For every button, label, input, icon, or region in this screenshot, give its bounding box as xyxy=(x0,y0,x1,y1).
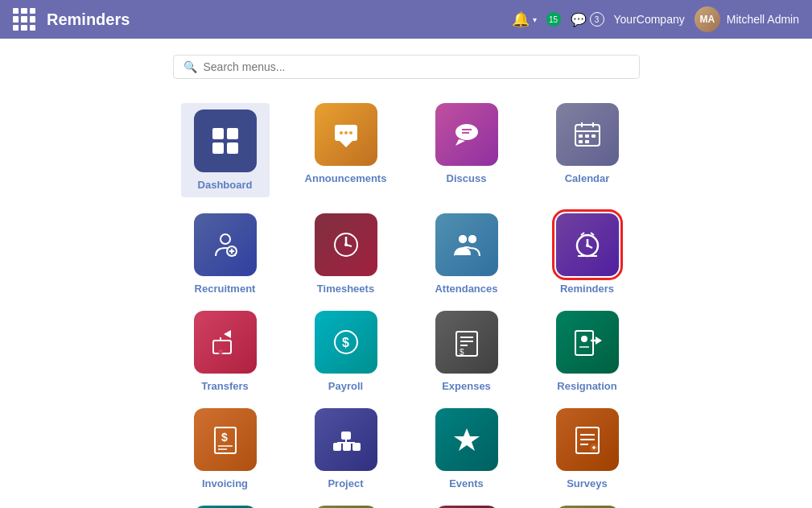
user-name: Mitchell Admin xyxy=(727,13,799,26)
app-label-invoicing: Invoicing xyxy=(202,477,248,489)
svg-point-54 xyxy=(581,336,587,342)
svg-line-37 xyxy=(587,246,592,248)
app-item-attendances[interactable]: Attendances xyxy=(422,213,511,295)
svg-rect-51 xyxy=(575,331,593,355)
app-icon-transfers xyxy=(194,311,257,374)
app-item-transfers[interactable]: Transfers xyxy=(181,311,270,392)
app-icon-events xyxy=(435,408,498,471)
svg-marker-10 xyxy=(455,139,465,146)
app-label-events: Events xyxy=(449,477,484,489)
grid-menu-icon[interactable] xyxy=(13,8,35,31)
search-input[interactable] xyxy=(204,60,629,73)
app-item-dashboard[interactable]: Dashboard xyxy=(181,103,270,197)
svg-point-42 xyxy=(218,349,223,354)
app-label-reminders: Reminders xyxy=(560,283,614,295)
app-icon-payroll: $ xyxy=(315,311,377,374)
app-icon-announcements xyxy=(315,103,377,166)
app-label-expenses: Expenses xyxy=(442,380,491,392)
svg-rect-60 xyxy=(341,432,351,440)
app-label-transfers: Transfers xyxy=(201,380,249,392)
svg-rect-18 xyxy=(585,134,589,138)
svg-rect-20 xyxy=(579,140,583,143)
app-icon-expenses: $ xyxy=(435,311,498,374)
svg-text:$: $ xyxy=(460,348,464,357)
app-label-project: Project xyxy=(328,477,363,489)
app-icon-invoicing: $ xyxy=(194,408,257,471)
svg-rect-2 xyxy=(212,142,224,154)
page-title: Reminders xyxy=(47,10,512,29)
app-label-announcements: Announcements xyxy=(305,172,387,184)
app-label-discuss: Discuss xyxy=(447,172,487,184)
svg-rect-0 xyxy=(212,128,224,139)
svg-marker-67 xyxy=(454,428,480,451)
app-label-recruitment: Recruitment xyxy=(195,283,256,295)
app-item-project[interactable]: Project xyxy=(302,408,390,489)
search-icon: 🔍 xyxy=(183,60,197,73)
message-count-badge: 3 xyxy=(590,12,604,27)
app-item-expenses[interactable]: $ Expenses xyxy=(422,311,511,392)
svg-rect-17 xyxy=(579,134,583,138)
app-item-discuss[interactable]: Discuss xyxy=(422,103,511,197)
app-icon-reminders xyxy=(556,213,619,276)
svg-point-7 xyxy=(344,131,348,134)
app-icon-attendances xyxy=(435,213,498,276)
app-item-recruitment[interactable]: Recruitment xyxy=(181,213,270,295)
activity-count-badge: 15 xyxy=(546,12,561,27)
app-icon-calendar xyxy=(556,103,619,166)
app-item-resignation[interactable]: Resignation xyxy=(543,311,632,392)
svg-point-22 xyxy=(221,234,230,244)
svg-marker-5 xyxy=(340,141,352,147)
message-badge-container[interactable]: 💬 3 xyxy=(571,12,604,27)
svg-point-33 xyxy=(468,235,476,243)
app-grid: Dashboard Announcements Discuss Calendar… xyxy=(177,103,636,508)
app-icon-surveys xyxy=(556,408,619,471)
app-item-calendar[interactable]: Calendar xyxy=(543,103,632,197)
app-label-surveys: Surveys xyxy=(567,477,608,489)
svg-point-8 xyxy=(349,131,352,134)
app-label-attendances: Attendances xyxy=(435,283,497,295)
user-menu[interactable]: MA Mitchell Admin xyxy=(695,6,799,32)
svg-rect-19 xyxy=(591,134,596,138)
app-item-reminders[interactable]: Reminders xyxy=(543,213,632,295)
app-item-surveys[interactable]: Surveys xyxy=(543,408,632,489)
activity-badge-container[interactable]: 15 xyxy=(546,12,561,27)
app-label-resignation: Resignation xyxy=(557,380,616,392)
search-container: 🔍 xyxy=(0,39,812,87)
message-icon: 💬 xyxy=(571,12,587,27)
company-name[interactable]: YourCompany xyxy=(614,13,685,26)
bell-icon: 🔔 xyxy=(512,10,530,28)
app-label-payroll: Payroll xyxy=(328,380,363,392)
svg-rect-3 xyxy=(227,142,238,154)
app-icon-project xyxy=(315,408,377,471)
svg-point-32 xyxy=(459,235,467,243)
app-icon-discuss xyxy=(435,103,498,166)
svg-rect-21 xyxy=(585,140,589,143)
svg-rect-62 xyxy=(343,443,351,451)
app-label-timesheets: Timesheets xyxy=(317,283,374,295)
app-label-calendar: Calendar xyxy=(565,172,610,184)
search-bar[interactable]: 🔍 xyxy=(173,55,640,79)
app-label-dashboard: Dashboard xyxy=(198,179,253,191)
svg-point-6 xyxy=(340,131,343,134)
svg-text:$: $ xyxy=(221,431,228,444)
app-item-invoicing[interactable]: $ Invoicing xyxy=(181,408,270,489)
avatar: MA xyxy=(695,6,720,32)
app-item-events[interactable]: Events xyxy=(422,408,511,489)
app-icon-timesheets xyxy=(315,213,377,276)
notification-bell[interactable]: 🔔 ▾ xyxy=(512,10,537,28)
app-icon-dashboard xyxy=(194,109,257,172)
bell-dropdown-icon: ▾ xyxy=(533,15,537,24)
svg-rect-1 xyxy=(227,128,238,139)
app-icon-recruitment xyxy=(194,213,257,276)
svg-rect-61 xyxy=(333,443,341,451)
app-icon-resignation xyxy=(556,311,619,374)
app-item-payroll[interactable]: $ Payroll xyxy=(302,311,390,392)
app-item-timesheets[interactable]: Timesheets xyxy=(302,213,390,295)
header-actions: 🔔 ▾ 15 💬 3 YourCompany MA Mitchell Admin xyxy=(512,6,799,32)
svg-text:$: $ xyxy=(342,336,349,349)
app-grid-container: Dashboard Announcements Discuss Calendar… xyxy=(0,87,812,508)
header: Reminders 🔔 ▾ 15 💬 3 YourCompany MA xyxy=(0,0,812,39)
svg-marker-53 xyxy=(596,337,602,345)
svg-rect-63 xyxy=(352,443,361,451)
app-item-announcements[interactable]: Announcements xyxy=(302,103,390,197)
